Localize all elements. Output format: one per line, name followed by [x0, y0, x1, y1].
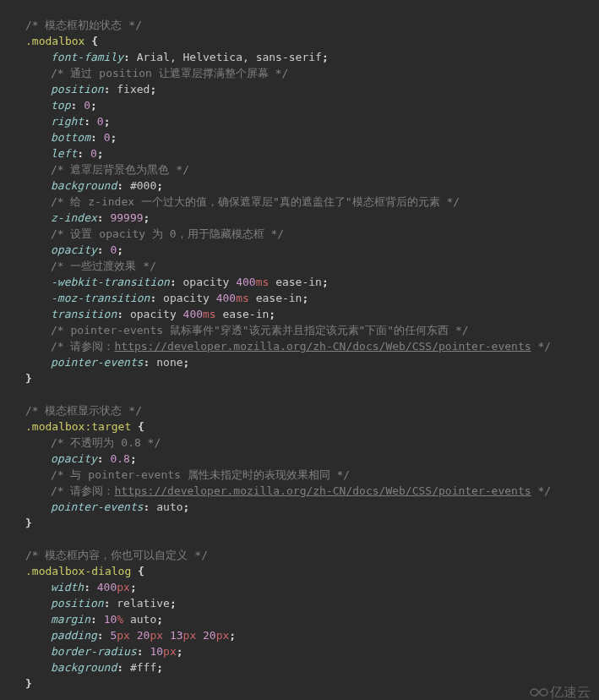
- code-line: opacity: 0.8;: [25, 451, 574, 467]
- code-line: margin: 10% auto;: [25, 611, 574, 627]
- property: margin: [51, 613, 90, 626]
- brace: }: [25, 517, 32, 529]
- code-line: left: 0;: [25, 145, 574, 161]
- comment: /* 给 z-index 一个过大的值，确保遮罩层"真的遮盖住了"模态框背后的元…: [51, 195, 460, 208]
- code-line: .modalbox:target {: [25, 418, 574, 435]
- code-line: transition: opacity 400ms ease-in;: [25, 306, 574, 322]
- comment: /* 请参阅：: [51, 484, 114, 497]
- code-line: -webkit-transition: opacity 400ms ease-i…: [25, 274, 574, 290]
- code-line: background: #fff;: [25, 659, 574, 675]
- property: padding: [51, 629, 97, 642]
- code-line: /* 与 pointer-events 属性未指定时的表现效果相同 */: [25, 467, 574, 483]
- brace: {: [138, 420, 144, 433]
- code-line: /* 通过 position 让遮罩层撑满整个屏幕 */: [25, 65, 574, 81]
- code-line: /* 模态框初始状态 */: [25, 17, 574, 33]
- property: -moz-transition: [51, 292, 150, 304]
- brace: {: [91, 35, 98, 47]
- code-line: /* pointer-events 鼠标事件"穿透"该元素并且指定该元素"下面"…: [25, 322, 574, 338]
- code-block: /* 模态框初始状态 */ .modalbox { font-family: A…: [25, 17, 574, 692]
- code-line: position: relative;: [25, 595, 574, 611]
- code-line: bottom: 0;: [25, 129, 574, 145]
- property: pointer-events: [51, 356, 144, 369]
- comment: /* pointer-events 鼠标事件"穿透"该元素并且指定该元素"下面"…: [51, 324, 469, 336]
- code-line: /* 模态框显示状态 */: [25, 402, 574, 418]
- url-link[interactable]: https://developer.mozilla.org/zh-CN/docs…: [114, 484, 531, 497]
- property: font-family: [51, 51, 123, 63]
- brace: {: [138, 565, 144, 577]
- property: position: [51, 597, 104, 610]
- code-line: font-family: Arial, Helvetica, sans-seri…: [25, 49, 574, 65]
- brace: }: [25, 677, 32, 690]
- selector: .modalbox: [25, 35, 84, 47]
- code-line: }: [25, 675, 574, 692]
- code-line: /* 请参阅：https://developer.mozilla.org/zh-…: [25, 483, 574, 499]
- property: opacity: [51, 452, 97, 465]
- property: position: [51, 83, 104, 96]
- code-line: .modalbox {: [25, 33, 574, 49]
- code-line: /* 遮罩层背景色为黑色 */: [25, 161, 574, 178]
- comment: /* 请参阅：: [51, 340, 114, 353]
- code-line: padding: 5px 20px 13px 20px;: [25, 627, 574, 643]
- comment: /* 不透明为 0.8 */: [51, 436, 161, 449]
- code-line: }: [25, 515, 574, 531]
- selector: .modalbox:target: [25, 420, 131, 433]
- comment: /* 模态框初始状态 */: [25, 19, 142, 31]
- code-line: /* 模态框内容，你也可以自定义 */: [25, 547, 574, 563]
- blank-line: [25, 386, 574, 402]
- property: transition: [51, 308, 117, 320]
- comment: /* 遮罩层背景色为黑色 */: [51, 163, 189, 176]
- comment: /* 与 pointer-events 属性未指定时的表现效果相同 */: [51, 468, 350, 481]
- code-line: top: 0;: [25, 97, 574, 113]
- code-line: pointer-events: none;: [25, 354, 574, 370]
- property: border-radius: [51, 645, 137, 658]
- property: background: [51, 179, 117, 192]
- property: background: [51, 661, 117, 674]
- code-line: pointer-events: auto;: [25, 499, 574, 515]
- infinity-icon: [530, 686, 548, 698]
- watermark: 亿速云: [530, 684, 591, 700]
- property: opacity: [51, 243, 97, 256]
- code-line: /* 请参阅：https://developer.mozilla.org/zh-…: [25, 338, 574, 354]
- property: bottom: [51, 131, 90, 144]
- comment: /* 一些过渡效果 */: [51, 260, 156, 272]
- code-line: -moz-transition: opacity 400ms ease-in;: [25, 290, 574, 306]
- code-line: opacity: 0;: [25, 242, 574, 258]
- code-line: /* 设置 opacity 为 0，用于隐藏模态框 */: [25, 226, 574, 242]
- code-line: background: #000;: [25, 178, 574, 194]
- property: right: [51, 115, 84, 128]
- code-line: /* 给 z-index 一个过大的值，确保遮罩层"真的遮盖住了"模态框背后的元…: [25, 194, 574, 210]
- brace: }: [25, 372, 32, 385]
- code-line: .modalbox-dialog {: [25, 563, 574, 579]
- property: z-index: [51, 211, 97, 224]
- property: -webkit-transition: [51, 276, 170, 288]
- code-line: z-index: 99999;: [25, 210, 574, 226]
- code-line: right: 0;: [25, 113, 574, 129]
- comment: /* 通过 position 让遮罩层撑满整个屏幕 */: [51, 67, 288, 79]
- code-line: position: fixed;: [25, 81, 574, 97]
- blank-line: [25, 531, 574, 547]
- code-line: border-radius: 10px;: [25, 643, 574, 659]
- property: width: [51, 581, 84, 593]
- property: top: [51, 99, 70, 112]
- property: pointer-events: [51, 500, 144, 513]
- comment: /* 模态框内容，你也可以自定义 */: [25, 549, 208, 561]
- selector: .modalbox-dialog: [25, 565, 131, 577]
- code-line: }: [25, 370, 574, 386]
- comment: /* 设置 opacity 为 0，用于隐藏模态框 */: [51, 227, 284, 240]
- code-line: /* 一些过渡效果 */: [25, 258, 574, 274]
- code-line: /* 不透明为 0.8 */: [25, 435, 574, 451]
- watermark-text: 亿速云: [550, 684, 591, 700]
- url-link[interactable]: https://developer.mozilla.org/zh-CN/docs…: [114, 340, 531, 353]
- comment: /* 模态框显示状态 */: [25, 404, 142, 417]
- code-line: width: 400px;: [25, 579, 574, 595]
- property: left: [51, 147, 77, 160]
